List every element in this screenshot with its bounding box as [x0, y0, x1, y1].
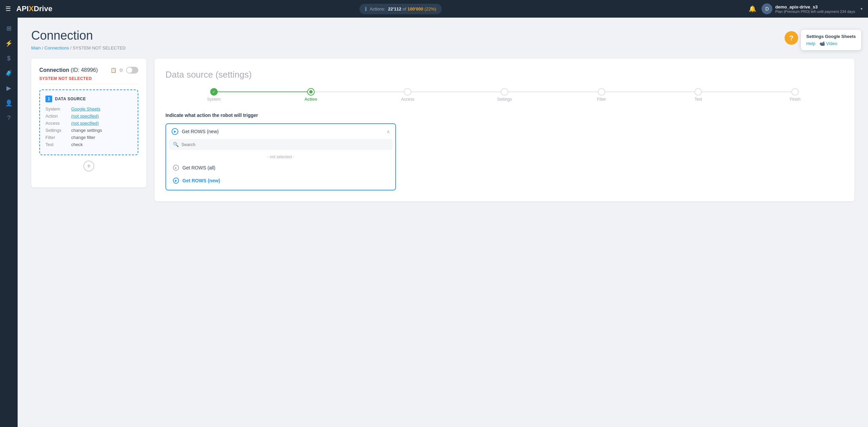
step-test: Test — [650, 88, 747, 102]
actions-label: Actions: — [370, 6, 385, 12]
step-settings: Settings — [456, 88, 553, 102]
ds-action-value[interactable]: (not specified) — [71, 114, 99, 119]
ds-row-action: Action (not specified) — [45, 114, 132, 119]
content-grid: Connection (ID: 48996) 📋 ⚙ SYSTEM NOT SE… — [31, 59, 854, 201]
step-test-label: Test — [694, 97, 702, 102]
ds-system-value[interactable]: Google Sheets — [71, 106, 100, 111]
user-name: demo_apix-drive_s3 — [775, 4, 855, 9]
help-button[interactable]: ? — [785, 31, 798, 45]
data-source-header: 1 DATA SOURCE — [45, 96, 132, 102]
step-system-label: System — [207, 97, 221, 102]
step-filter-label: Filter — [597, 97, 606, 102]
datasource-panel: Data source (settings) ✓ System Action A… — [155, 59, 854, 201]
sidebar: ⊞ ⚡ $ 🧳 ▶ 👤 ? — [0, 18, 18, 427]
breadcrumb-main[interactable]: Main — [31, 45, 41, 50]
ds-access-value[interactable]: (not specified) — [71, 121, 99, 126]
not-selected-label: - not selected - — [169, 152, 393, 161]
info-icon: ℹ — [365, 6, 367, 12]
option-play-icon-all: ▶ — [173, 165, 179, 171]
navbar: ☰ APIXDrive ℹ Actions: 22'112 of 100'000… — [0, 0, 868, 18]
option-label-all: Get ROWS (all) — [182, 165, 215, 170]
dropdown-play-icon: ▶ — [172, 128, 178, 135]
help-link[interactable]: Help — [806, 41, 815, 46]
actions-of: of — [402, 6, 407, 12]
avatar: D — [762, 3, 772, 14]
step-finish-label: Finish — [790, 97, 801, 102]
ds-row-filter: Filter change filter — [45, 135, 132, 140]
logo-drive: Drive — [34, 4, 52, 13]
logo: APIXDrive — [16, 4, 52, 13]
system-not-selected-label: SYSTEM NOT SELECTED — [39, 76, 138, 84]
step-finish: Finish — [747, 88, 844, 102]
user-info: D demo_apix-drive_s3 Plan |Premium PRO| … — [762, 3, 855, 14]
action-description: Indicate what action the robot will trig… — [165, 113, 844, 118]
step-filter: Filter — [553, 88, 650, 102]
step-filter-circle — [598, 88, 605, 96]
step-action: Action — [262, 88, 359, 102]
main-content: Connection Main / Connections / SYSTEM N… — [18, 18, 868, 427]
menu-icon[interactable]: ☰ — [5, 5, 11, 13]
bell-icon[interactable]: 🔔 — [749, 5, 756, 13]
connection-id: (ID: 48996) — [71, 67, 98, 73]
sidebar-item-tasks[interactable]: 🧳 — [2, 66, 16, 80]
search-input[interactable] — [181, 142, 389, 147]
logo-x: X — [29, 4, 34, 13]
dropdown-body: 🔍 - not selected - ▶ Get ROWS (all) ▶ Ge… — [166, 139, 395, 190]
sidebar-item-billing[interactable]: $ — [2, 52, 16, 65]
connection-toggle[interactable] — [126, 67, 138, 74]
search-box: 🔍 — [169, 139, 393, 150]
data-source-box: 1 DATA SOURCE System Google Sheets Actio… — [39, 89, 138, 155]
actions-used: 22'112 — [388, 6, 401, 12]
video-link[interactable]: 📹 Video — [820, 41, 837, 46]
ds-settings-value: change settings — [71, 128, 102, 133]
settings-icon[interactable]: ⚙ — [119, 67, 123, 73]
option-get-rows-all[interactable]: ▶ Get ROWS (all) — [169, 161, 393, 174]
step-action-circle — [307, 88, 315, 96]
step-settings-label: Settings — [497, 97, 512, 102]
user-plan: Plan |Premium PRO| left until payment 23… — [775, 9, 855, 14]
help-widget: ? Settings Google Sheets Help 📹 Video — [785, 30, 861, 50]
step-finish-circle — [791, 88, 799, 96]
sidebar-item-dashboard[interactable]: ⊞ — [2, 22, 16, 35]
connection-card: Connection (ID: 48996) 📋 ⚙ SYSTEM NOT SE… — [31, 59, 146, 187]
sidebar-item-media[interactable]: ▶ — [2, 81, 16, 95]
action-dropdown[interactable]: ▶ Get ROWS (new) ∧ 🔍 - not selected - ▶ … — [165, 123, 396, 190]
step-access-label: Access — [401, 97, 414, 102]
sidebar-item-profile[interactable]: 👤 — [2, 96, 16, 110]
step-test-circle — [694, 88, 702, 96]
add-circle-icon[interactable]: + — [83, 161, 94, 171]
step-access: Access — [359, 88, 456, 102]
help-card-title: Settings Google Sheets — [806, 34, 856, 39]
ds-filter-value: change filter — [71, 135, 95, 140]
sidebar-item-help[interactable]: ? — [2, 111, 16, 125]
breadcrumb-current: SYSTEM NOT SELECTED — [73, 45, 126, 50]
ds-row-settings: Settings change settings — [45, 128, 132, 133]
copy-icon[interactable]: 📋 — [111, 67, 116, 73]
option-play-icon-new: ▶ — [173, 178, 179, 184]
step-action-label: Action — [304, 97, 317, 102]
breadcrumb: Main / Connections / SYSTEM NOT SELECTED — [31, 45, 854, 50]
ds-row-test: Test check — [45, 142, 132, 147]
page-title: Connection — [31, 28, 854, 43]
dropdown-selected-label: Get ROWS (new) — [182, 129, 219, 134]
panel-title: Data source (settings) — [165, 69, 844, 80]
stepper: ✓ System Action Access Settings Fi — [165, 88, 844, 102]
ds-row-system: System Google Sheets — [45, 106, 132, 111]
breadcrumb-connections[interactable]: Connections — [44, 45, 69, 50]
ds-number: 1 — [45, 96, 52, 102]
actions-count: 22'112 of 100'000 (22%) — [388, 6, 436, 12]
dropdown-header-left: ▶ Get ROWS (new) — [172, 128, 219, 135]
dropdown-header[interactable]: ▶ Get ROWS (new) ∧ — [166, 124, 395, 139]
user-chevron-icon[interactable]: ▾ — [861, 6, 863, 11]
add-block-btn[interactable]: + — [39, 161, 138, 171]
dropdown-chevron-icon: ∧ — [387, 129, 390, 134]
help-links: Help 📹 Video — [806, 41, 856, 46]
panel-title-suffix: (settings) — [215, 69, 252, 80]
ds-title: DATA SOURCE — [55, 97, 86, 101]
sidebar-item-connections[interactable]: ⚡ — [2, 37, 16, 50]
option-get-rows-new[interactable]: ▶ Get ROWS (new) — [169, 174, 393, 187]
actions-total: 100'000 — [408, 6, 423, 12]
ds-test-value: check — [71, 142, 83, 147]
help-card: Settings Google Sheets Help 📹 Video — [801, 30, 861, 50]
actions-badge: ℹ Actions: 22'112 of 100'000 (22%) — [359, 4, 441, 14]
